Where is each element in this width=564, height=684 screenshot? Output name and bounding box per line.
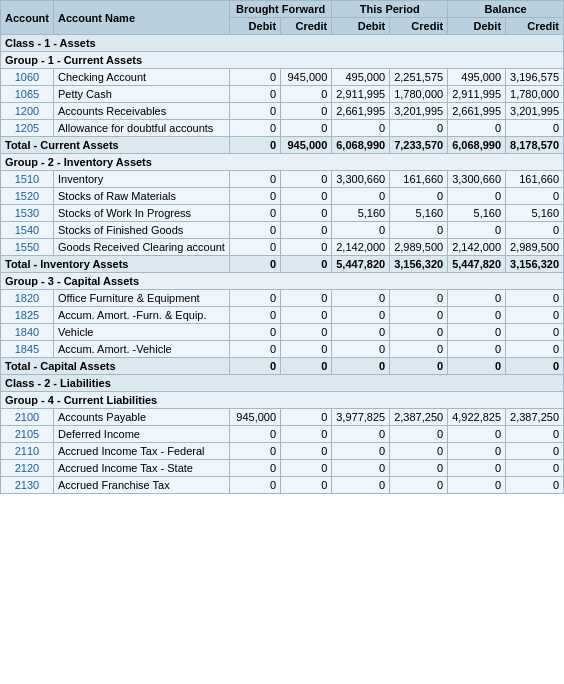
account-name: Stocks of Work In Progress [54,205,230,222]
account-code: 2105 [1,426,54,443]
bal-credit-header: Credit [506,18,564,35]
account-code: 1060 [1,69,54,86]
account-name: Accrued Income Tax - State [54,460,230,477]
bf-debit-header: Debit [229,18,280,35]
table-row: 1200Accounts Receivables002,661,9953,201… [1,103,564,120]
brought-forward-header: Brought Forward [229,1,331,18]
tp-credit-header: Credit [390,18,448,35]
account-name: Petty Cash [54,86,230,103]
total-row: Total - Capital Assets000000 [1,358,564,375]
account-code: 2100 [1,409,54,426]
table-row: 2130Accrued Franchise Tax000000 [1,477,564,494]
account-name: Checking Account [54,69,230,86]
account-code: 1845 [1,341,54,358]
account-code: 2130 [1,477,54,494]
account-name-header: Account Name [54,1,230,35]
account-code: 2110 [1,443,54,460]
account-name: Office Furniture & Equipment [54,290,230,307]
table-row: 2120Accrued Income Tax - State000000 [1,460,564,477]
bf-credit-header: Credit [281,18,332,35]
account-name: Inventory [54,171,230,188]
table-row: 1550Goods Received Clearing account002,1… [1,239,564,256]
account-name: Goods Received Clearing account [54,239,230,256]
account-name: Accounts Receivables [54,103,230,120]
table-row: 1065Petty Cash002,911,9951,780,0002,911,… [1,86,564,103]
account-code: 1205 [1,120,54,137]
group-row: Group - 1 - Current Assets [1,52,564,69]
account-code: 1825 [1,307,54,324]
table-row: 1520Stocks of Raw Materials000000 [1,188,564,205]
group-row: Group - 2 - Inventory Assets [1,154,564,171]
account-code: 2120 [1,460,54,477]
table-row: 1530Stocks of Work In Progress005,1605,1… [1,205,564,222]
table-row: 1825Accum. Amort. -Furn. & Equip.000000 [1,307,564,324]
account-code: 1540 [1,222,54,239]
total-row: Total - Inventory Assets005,447,8203,156… [1,256,564,273]
account-header: Account [1,1,54,35]
account-name: Accum. Amort. -Furn. & Equip. [54,307,230,324]
account-code: 1065 [1,86,54,103]
account-code: 1200 [1,103,54,120]
account-code: 1530 [1,205,54,222]
account-name: Accum. Amort. -Vehicle [54,341,230,358]
balance-header: Balance [448,1,564,18]
table-row: 2105Deferred Income000000 [1,426,564,443]
account-name: Accrued Franchise Tax [54,477,230,494]
table-row: 1205Allowance for doubtful accounts00000… [1,120,564,137]
table-row: 1510Inventory003,300,660161,6603,300,660… [1,171,564,188]
account-name: Accrued Income Tax - Federal [54,443,230,460]
account-name: Deferred Income [54,426,230,443]
this-period-header: This Period [332,1,448,18]
table-row: 1845Accum. Amort. -Vehicle000000 [1,341,564,358]
table-row: 1820Office Furniture & Equipment000000 [1,290,564,307]
account-code: 1840 [1,324,54,341]
table-row: 1840Vehicle000000 [1,324,564,341]
table-row: 2110Accrued Income Tax - Federal000000 [1,443,564,460]
account-code: 1820 [1,290,54,307]
account-code: 1510 [1,171,54,188]
account-code: 1550 [1,239,54,256]
account-name: Vehicle [54,324,230,341]
account-code: 1520 [1,188,54,205]
account-name: Stocks of Raw Materials [54,188,230,205]
account-name: Allowance for doubtful accounts [54,120,230,137]
group-row: Group - 3 - Capital Assets [1,273,564,290]
class-row: Class - 2 - Liabilities [1,375,564,392]
bal-debit-header: Debit [448,18,506,35]
tp-debit-header: Debit [332,18,390,35]
class-row: Class - 1 - Assets [1,35,564,52]
table-row: 1060Checking Account0945,000495,0002,251… [1,69,564,86]
group-row: Group - 4 - Current Liabilities [1,392,564,409]
table-row: 1540Stocks of Finished Goods000000 [1,222,564,239]
table-row: 2100Accounts Payable945,00003,977,8252,3… [1,409,564,426]
account-name: Stocks of Finished Goods [54,222,230,239]
total-row: Total - Current Assets0945,0006,068,9907… [1,137,564,154]
account-name: Accounts Payable [54,409,230,426]
